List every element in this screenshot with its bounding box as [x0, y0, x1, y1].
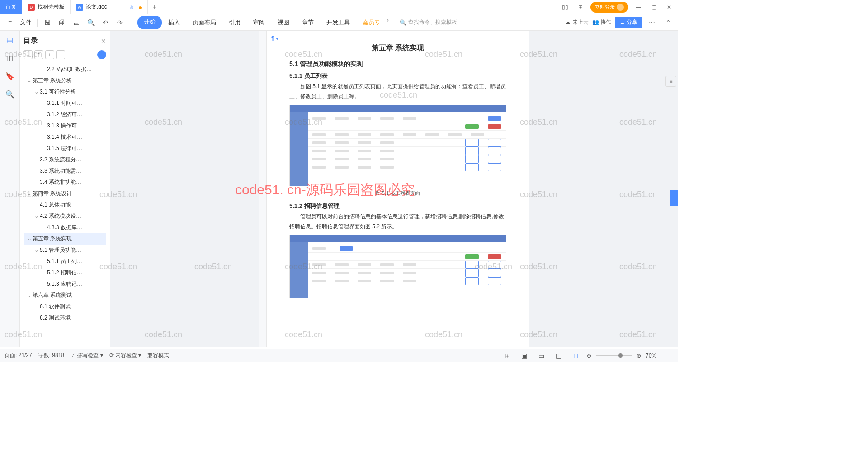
tab-template-label: 找稻壳模板: [38, 3, 65, 11]
right-toolbar: ≡: [665, 76, 676, 87]
toc-item[interactable]: 3.1.1 时间可…: [24, 98, 106, 109]
document-area: ¶ ▾ 第五章 系统实现 5.1 管理员功能模块的实现 5.1.1 员工列表 如…: [110, 31, 678, 347]
menu-references[interactable]: 引用: [222, 16, 247, 29]
search-icon: 🔍: [400, 19, 406, 26]
toc-item[interactable]: 3.1.4 技术可…: [24, 132, 106, 143]
zoom-value[interactable]: 70%: [646, 353, 656, 359]
collab-button[interactable]: 👥 协作: [592, 19, 611, 26]
fullscreen-icon[interactable]: ⛶: [661, 349, 674, 362]
tab-home[interactable]: 首页: [0, 0, 22, 14]
menu-insert[interactable]: 插入: [162, 16, 186, 29]
find-icon[interactable]: 🔍: [5, 89, 15, 99]
outline-close-button[interactable]: ✕: [101, 38, 106, 45]
menu-devtools[interactable]: 开发工具: [320, 16, 356, 29]
titlebar: 首页 D 找稻壳模板 W 论文.doc ⎚ ● + ▯▯ ⊞ 立即登录 — ▢ …: [0, 0, 678, 14]
collapse-ribbon-icon[interactable]: ⌃: [662, 16, 675, 29]
menu-chapter[interactable]: 章节: [296, 16, 320, 29]
toc-item[interactable]: ⌄ 第三章 系统分析: [24, 75, 106, 86]
menu-more-icon[interactable]: ›: [387, 16, 389, 29]
toc-item[interactable]: 5.1.2 招聘信…: [24, 267, 106, 278]
minimize-button[interactable]: —: [633, 2, 644, 13]
toc-item[interactable]: ⌄ 5.1 管理员功能…: [24, 245, 106, 256]
remove-heading-icon[interactable]: −: [56, 50, 65, 59]
tab-document[interactable]: W 论文.doc ⎚ ●: [71, 0, 148, 14]
bookmark-icon[interactable]: 🔖: [5, 71, 15, 81]
toc-item[interactable]: 3.1.3 操作可…: [24, 120, 106, 132]
view-mode-2-icon[interactable]: ▣: [518, 349, 531, 362]
expand-all-icon[interactable]: ⌃: [34, 50, 43, 59]
zoom-slider[interactable]: [596, 355, 632, 356]
preview-icon[interactable]: 🔍: [85, 16, 97, 29]
redo-icon[interactable]: ↷: [113, 16, 126, 29]
view-mode-4-icon[interactable]: ▦: [552, 349, 565, 362]
login-button[interactable]: 立即登录: [590, 2, 628, 13]
toc-item[interactable]: 5.1.3 应聘记…: [24, 278, 106, 290]
print-icon[interactable]: 🖶: [70, 16, 83, 29]
toolbar-more-icon[interactable]: ⋯: [646, 16, 658, 29]
close-button[interactable]: ✕: [664, 2, 675, 13]
undo-icon[interactable]: ↶: [99, 16, 112, 29]
toc-item[interactable]: 4.3.3 数据库…: [24, 222, 106, 233]
document-page[interactable]: ¶ ▾ 第五章 系统实现 5.1 管理员功能模块的实现 5.1.1 员工列表 如…: [267, 31, 529, 347]
view-mode-3-icon[interactable]: ▭: [535, 349, 548, 362]
paragraph-marker-icon[interactable]: ¶ ▾: [271, 35, 278, 42]
toc-item[interactable]: 2.2 MySQL 数据…: [24, 64, 106, 75]
add-heading-icon[interactable]: +: [45, 50, 54, 59]
main: ▤ ◫ 🔖 🔍 目录 ✕ ⌄ ⌃ + − 2.2 MySQL 数据…⌄ 第三章 …: [0, 31, 678, 347]
tab-template[interactable]: D 找稻壳模板: [22, 0, 71, 14]
save-icon[interactable]: 🖫: [41, 16, 54, 29]
menu-start[interactable]: 开始: [137, 16, 162, 29]
toc-item[interactable]: ⌄ 第四章 系统设计: [24, 188, 106, 199]
toc-item[interactable]: 3.2 系统流程分…: [24, 154, 106, 165]
toc-item[interactable]: 6.2 测试环境: [24, 312, 106, 324]
share-button[interactable]: ☁ 分享: [615, 17, 642, 28]
menu-member[interactable]: 会员专: [356, 16, 387, 29]
collapse-all-icon[interactable]: ⌄: [24, 50, 33, 59]
outline-panel: 目录 ✕ ⌄ ⌃ + − 2.2 MySQL 数据…⌄ 第三章 系统分析⌄ 3.…: [20, 31, 110, 347]
view-mode-5-icon[interactable]: ⊡: [570, 349, 582, 362]
right-collapse-tab[interactable]: [670, 190, 678, 206]
command-search[interactable]: 🔍 查找命令、搜索模板: [400, 19, 457, 26]
compat-mode[interactable]: 兼容模式: [147, 352, 169, 359]
toc-item[interactable]: 6.1 软件测试: [24, 301, 106, 312]
layout-icon[interactable]: ▯▯: [560, 2, 571, 13]
toc-item[interactable]: ⌄ 4.2 系统模块设…: [24, 211, 106, 222]
tab-add-button[interactable]: +: [148, 3, 161, 11]
toc-item[interactable]: 3.3 系统功能需…: [24, 165, 106, 177]
toc-item[interactable]: ⌄ 3.1 可行性分析: [24, 86, 106, 98]
spellcheck-toggle[interactable]: ☑ 拼写检查 ▾: [71, 352, 103, 359]
maximize-button[interactable]: ▢: [648, 2, 659, 13]
left-sidebar: ▤ ◫ 🔖 🔍: [0, 31, 20, 347]
file-menu[interactable]: 文件: [18, 19, 33, 27]
right-option-icon[interactable]: ≡: [665, 76, 676, 87]
word-count[interactable]: 字数: 9818: [38, 352, 64, 359]
toc-item[interactable]: ⌄ 第六章 系统测试: [24, 290, 106, 301]
toc-item[interactable]: 5.1.1 员工列…: [24, 256, 106, 267]
toc-item[interactable]: 3.1.5 法律可…: [24, 143, 106, 154]
outline-icon[interactable]: ▤: [5, 34, 15, 45]
toc-list: 2.2 MySQL 数据…⌄ 第三章 系统分析⌄ 3.1 可行性分析3.1.1 …: [24, 62, 106, 324]
menu-icon[interactable]: ≡: [4, 16, 16, 29]
page-indicator[interactable]: 页面: 21/27: [5, 352, 32, 359]
word-icon: W: [76, 4, 83, 11]
nav-icon[interactable]: ◫: [5, 52, 15, 63]
content-check[interactable]: ⟳ 内容检查 ▾: [109, 352, 142, 359]
menu-view[interactable]: 视图: [271, 16, 296, 29]
cloud-status[interactable]: ☁ 未上云: [565, 19, 588, 26]
toc-item[interactable]: 3.4 系统非功能…: [24, 177, 106, 188]
toc-item[interactable]: 3.1.2 经济可…: [24, 109, 106, 120]
zoom-in-button[interactable]: ⊕: [637, 353, 641, 359]
saveas-icon[interactable]: 🗐: [56, 16, 68, 29]
device-icon: ⎚: [130, 4, 133, 10]
apps-icon[interactable]: ⊞: [575, 2, 586, 13]
outline-badge-icon[interactable]: [97, 50, 106, 59]
outline-title: 目录: [24, 36, 38, 46]
toc-item[interactable]: 4.1 总体功能: [24, 199, 106, 211]
menu-layout[interactable]: 页面布局: [186, 16, 222, 29]
menu-review[interactable]: 审阅: [247, 16, 271, 29]
figure-5-1-caption: 图 5.1 员工列表页面: [289, 190, 506, 197]
view-mode-1-icon[interactable]: ⊞: [501, 349, 514, 362]
statusbar: 页面: 21/27 字数: 9818 ☑ 拼写检查 ▾ ⟳ 内容检查 ▾ 兼容模…: [0, 349, 678, 362]
toc-item[interactable]: ⌄ 第五章 系统实现: [24, 233, 106, 245]
zoom-out-button[interactable]: ⊖: [587, 353, 591, 359]
